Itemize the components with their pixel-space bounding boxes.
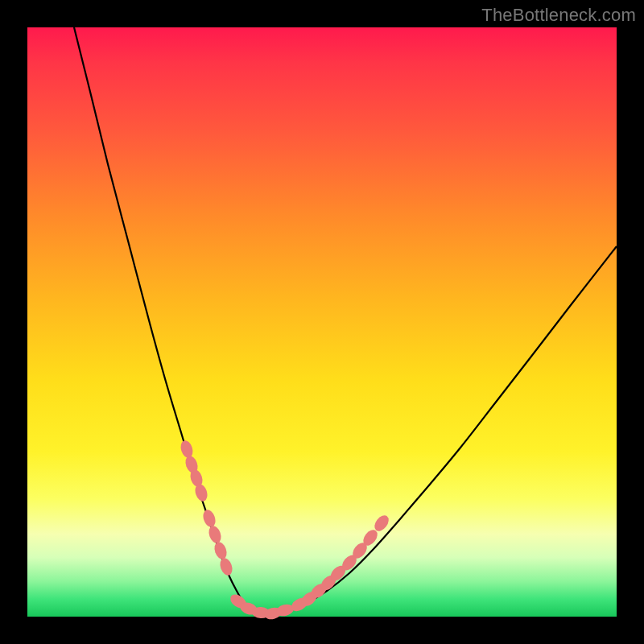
bead-clusters <box>179 439 391 621</box>
bead <box>179 439 195 459</box>
bead <box>201 508 217 528</box>
plot-svg <box>27 27 617 617</box>
v-curve <box>74 27 617 614</box>
watermark-text: TheBottleneck.com <box>481 5 636 26</box>
bead <box>218 556 234 576</box>
bead <box>207 524 223 544</box>
bead <box>213 540 229 560</box>
chart-frame <box>27 27 617 617</box>
